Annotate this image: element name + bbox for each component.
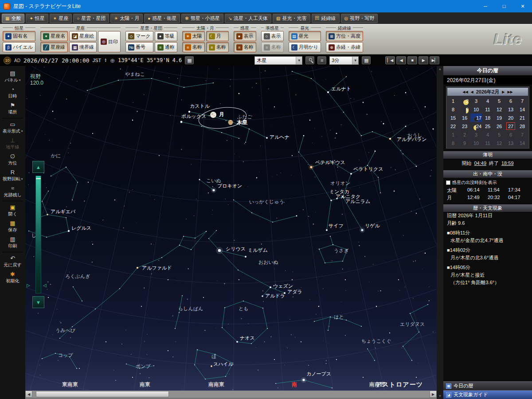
target-select[interactable]: 木星 ▼ xyxy=(254,56,302,65)
toolbar-button[interactable]: ╱星座線 xyxy=(40,42,68,52)
calendar-day[interactable]: 12 xyxy=(493,139,505,147)
zoom-out-button[interactable]: ▼ xyxy=(32,296,44,308)
calendar-day[interactable]: 23 xyxy=(459,122,470,130)
calendar-day[interactable]: 26 xyxy=(493,122,505,130)
playback-end-button[interactable]: ▶▏ xyxy=(430,56,439,64)
location-coordinates[interactable]: 139°44'E 35°39'N xyxy=(118,57,169,63)
toolbar-button[interactable]: ▦境界線 xyxy=(69,42,97,52)
calendar-day[interactable]: 6 xyxy=(505,97,516,105)
playback-play-button[interactable]: ▶ xyxy=(419,56,428,64)
calendar-day[interactable]: 7 xyxy=(516,97,528,105)
calendar-day[interactable]: 27 xyxy=(505,122,516,130)
sidebar-item-reset[interactable]: ✱初期化 xyxy=(0,270,25,286)
ribbon-tab[interactable]: ☀太陽・月 xyxy=(110,14,143,23)
toolbar-button[interactable]: ≡名称 xyxy=(261,42,284,52)
magnitude-value[interactable]: 4.6 xyxy=(172,57,182,63)
calendar-day[interactable]: 14 xyxy=(516,105,528,113)
toolbar-button[interactable]: ⊕赤経・赤緯 xyxy=(326,42,363,52)
panel-tab[interactable]: ◪天文現象ガイド xyxy=(443,390,532,399)
calendar-day[interactable]: 8 xyxy=(447,105,459,113)
calendar-day[interactable]: 9 xyxy=(459,105,470,113)
maximize-button[interactable]: □ xyxy=(495,0,513,12)
spin-down-icon[interactable]: ▼ xyxy=(104,60,107,63)
ribbon-tab[interactable]: ◎視野・写野 xyxy=(341,14,378,23)
calendar-day[interactable]: 12 xyxy=(493,105,505,113)
toolbar-button[interactable]: ≡名称 xyxy=(234,42,256,52)
close-button[interactable]: ✕ xyxy=(513,0,532,12)
calendar-day[interactable]: 10 xyxy=(470,105,482,113)
ribbon-tab[interactable]: ✻彗星・小惑星 xyxy=(181,14,223,23)
sidebar-item-panel[interactable]: ▤パネル▾ xyxy=(0,69,25,85)
toolbar-button[interactable]: ○表示 xyxy=(261,31,284,41)
calendar-day[interactable]: 3 xyxy=(470,97,482,105)
calendar-day[interactable]: 13 xyxy=(505,105,516,113)
calendar-day[interactable]: 4 xyxy=(482,130,493,139)
calendar-day[interactable]: 19 xyxy=(493,113,505,122)
ribbon-tab[interactable]: ✦恒星 xyxy=(26,14,48,23)
hscroll-track[interactable] xyxy=(32,391,430,398)
toolbar-button[interactable]: ◎目印 xyxy=(98,31,121,52)
jupiter-object[interactable] xyxy=(228,120,233,125)
moon-object[interactable] xyxy=(210,112,216,118)
chevron-down-icon[interactable]: ▼ xyxy=(296,57,302,64)
ribbon-tab[interactable]: ↘流星・人工天体 xyxy=(225,14,271,23)
ribbon-tab[interactable]: ▧昼光・光害 xyxy=(273,14,310,23)
chevron-down-icon[interactable]: ▼ xyxy=(352,57,358,64)
ribbon-tab[interactable]: ✶星座 xyxy=(50,14,72,23)
sidebar-item-light-trail[interactable]: ≈光跡残し xyxy=(0,184,25,200)
sidebar-item-datetime[interactable]: ◔日時 xyxy=(0,85,25,101)
calendar-day[interactable]: 10 xyxy=(470,139,482,147)
chart-vertical-scrollbar[interactable]: ▲ ▼ xyxy=(437,66,443,399)
zoom-slider-thumb[interactable] xyxy=(36,178,41,179)
minimize-button[interactable]: ─ xyxy=(476,0,495,12)
calendar-day[interactable]: 21 xyxy=(516,113,528,122)
sidebar-item-direction[interactable]: ∅方位 xyxy=(0,152,25,168)
datetime-display[interactable]: 2026/02/27 20:00:00 xyxy=(23,57,90,64)
star-chart[interactable]: 視野 120.0 ▲ ▼ ▷ ◁ やまねこふたごおうしかにこいぬオリオンいっかく… xyxy=(25,66,437,391)
toolbar-button[interactable]: ☀太陽 xyxy=(182,31,205,41)
playback-reverse-button[interactable]: ◀ xyxy=(396,56,406,64)
toolbar-button[interactable]: ≡名称 xyxy=(206,42,229,52)
toolbar-button[interactable]: ☾月 xyxy=(206,31,229,41)
sidebar-item-horizon[interactable]: ⊥地平線 xyxy=(0,136,25,152)
calendar-day[interactable]: 20 xyxy=(505,113,516,122)
scroll-down-icon[interactable]: ▼ xyxy=(438,394,442,398)
calendar-day[interactable]: 25 xyxy=(482,122,493,130)
calendar-next-month-button[interactable]: ▶ xyxy=(502,90,505,94)
toolbar-button[interactable]: ▤昼光 xyxy=(289,31,321,41)
calendar-day[interactable]: 17 xyxy=(470,113,482,122)
calendar-day[interactable]: 14 xyxy=(516,139,528,147)
sidebar-item-fov-rotation[interactable]: R視野回転▾ xyxy=(0,168,25,184)
calendar-day[interactable]: 28 xyxy=(516,122,528,130)
sidebar-item-location[interactable]: ⚑場所 xyxy=(0,101,25,117)
zoom-in-button[interactable]: ▲ xyxy=(32,161,44,173)
toolbar-button[interactable]: ●等級 xyxy=(155,31,177,41)
calendar-day[interactable]: 16 xyxy=(459,113,470,122)
calendar-day[interactable]: 5 xyxy=(493,97,505,105)
ribbon-tab[interactable]: ○星雲・星団 xyxy=(73,14,109,23)
sidebar-item-undo[interactable]: ↶元に戻す xyxy=(0,254,25,270)
playback-start-button[interactable]: ▏◀ xyxy=(385,56,395,64)
sidebar-item-print[interactable]: ▥印刷 xyxy=(0,235,25,250)
calendar-day[interactable]: 2 xyxy=(459,97,470,105)
scroll-left-icon[interactable]: ◀ xyxy=(25,391,32,398)
calendar-day[interactable]: 8 xyxy=(447,139,459,147)
playback-stop-button[interactable]: ■ xyxy=(407,56,417,64)
scroll-up-icon[interactable]: ▲ xyxy=(438,67,442,71)
show-planet-times-checkbox[interactable]: 惑星の出没時刻を表示 xyxy=(443,178,532,187)
toolbar-button[interactable]: ◇マーク xyxy=(125,31,153,41)
calendar-day[interactable]: 5 xyxy=(493,130,505,139)
object-list-icon[interactable]: ≡ xyxy=(317,56,326,64)
calendar-day[interactable]: 2 xyxy=(459,130,470,139)
calendar-prev-month-button[interactable]: ◀ xyxy=(471,90,473,94)
search-icon[interactable] xyxy=(305,56,314,64)
scroll-right-icon[interactable]: ▶ xyxy=(430,391,437,398)
calendar-day[interactable]: 22 xyxy=(447,122,459,130)
toolbar-button[interactable]: ◪星座絵 xyxy=(69,31,97,41)
toolbar-button[interactable]: ≡名称 xyxy=(182,42,205,52)
toolbar-button[interactable]: ✶星座名 xyxy=(40,31,68,41)
calendar-day[interactable]: 15 xyxy=(447,113,459,122)
ribbon-tab[interactable]: ▦全般 xyxy=(2,14,24,23)
zoom-slider[interactable] xyxy=(35,176,41,293)
toolbar-button[interactable]: ≡通称 xyxy=(155,42,177,52)
